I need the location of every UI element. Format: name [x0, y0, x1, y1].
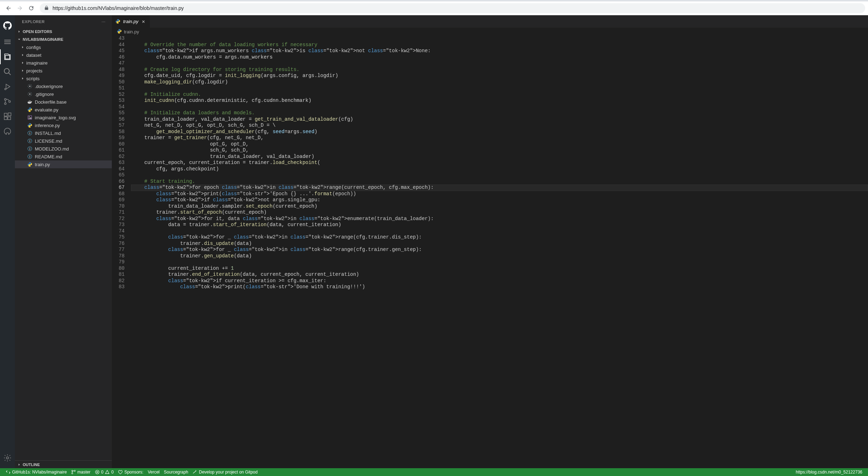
code-line[interactable]: opt_G, opt_D, [131, 141, 868, 148]
chevron-right-icon [20, 60, 26, 66]
status-gitpod[interactable]: Develop your project on Gitpod [190, 468, 260, 476]
file-row[interactable]: Dockerfile.base [15, 98, 112, 106]
status-sponsor-sourcegraph[interactable]: Sourcegraph [162, 468, 191, 476]
status-gitpod-label: Develop your project on Gitpod [199, 470, 257, 475]
code-line[interactable]: net_G, net_D, opt_G, opt_D, sch_G, sch_D… [131, 122, 868, 129]
code-line[interactable] [131, 104, 868, 110]
editor-body[interactable]: 4344454647484950515253545556575859606162… [112, 35, 868, 468]
code-line[interactable]: trainer.dis_update(data) [131, 241, 868, 247]
code-line[interactable]: class="tok-kw2">print(class="tok-str">'E… [131, 191, 868, 197]
close-icon[interactable] [141, 19, 146, 24]
file-row[interactable]: .gitignore [15, 90, 112, 98]
tab-train-py[interactable]: train.py [112, 15, 150, 28]
status-remote[interactable]: GitHub1s: NVlabs/imaginaire [4, 468, 69, 476]
run-debug-icon[interactable] [0, 79, 15, 94]
code-line[interactable]: class="tok-kw2">for it, data class="tok-… [131, 216, 868, 222]
folder-row[interactable]: projects [15, 67, 112, 75]
activity-bar [0, 15, 15, 468]
open-editors-header[interactable]: OPEN EDITORS [15, 28, 112, 35]
code-line[interactable]: train_data_loader, val_data_loader = get… [131, 116, 868, 123]
back-button[interactable] [3, 2, 14, 14]
code-line[interactable] [131, 228, 868, 235]
file-icon [26, 91, 33, 97]
file-row[interactable]: .dockerignore [15, 82, 112, 90]
code-line[interactable]: class="tok-kw2">print(class="tok-str">'D… [131, 284, 868, 290]
menu-icon[interactable] [0, 34, 15, 49]
code-line[interactable]: cfg, args.checkpoint) [131, 166, 868, 173]
folder-row[interactable]: configs [15, 43, 112, 51]
code-line[interactable]: class="tok-kw2">if args.num_workers clas… [131, 48, 868, 54]
url-bar[interactable]: https://github1s.com/NVlabs/imaginaire/b… [40, 3, 865, 13]
code-line[interactable]: # Initialize cudnn. [131, 92, 868, 98]
forward-button[interactable] [14, 2, 26, 14]
folder-label: configs [26, 45, 41, 50]
code-line[interactable]: trainer.end_of_iteration(data, current_e… [131, 272, 868, 278]
status-bar: GitHub1s: NVlabs/imaginaire master 0 0 S… [0, 468, 868, 476]
file-row[interactable]: imaginaire_logo.svg [15, 114, 112, 121]
code-line[interactable] [131, 35, 868, 42]
code-line[interactable] [131, 60, 868, 67]
code-line[interactable]: # Override the number of data loading wo… [131, 42, 868, 48]
more-icon[interactable]: ··· [102, 20, 105, 24]
repo-header[interactable]: NVLABS/IMAGINAIRE [15, 35, 112, 43]
code-line[interactable] [131, 259, 868, 266]
search-icon[interactable] [0, 64, 15, 79]
status-branch[interactable]: master [69, 468, 93, 476]
code-line[interactable] [131, 85, 868, 92]
code-content[interactable]: # Override the number of data loading wo… [131, 35, 868, 468]
file-row[interactable]: INSTALL.md [15, 129, 112, 137]
line-gutter: 4344454647484950515253545556575859606162… [112, 35, 131, 468]
status-right-url[interactable]: https://blog.csdn.net/m0_52122736 [794, 468, 864, 476]
file-row[interactable]: evaluate.py [15, 106, 112, 114]
status-sponsor-vercel[interactable]: Vercel [146, 468, 162, 476]
code-line[interactable]: class="tok-kw2">if class="tok-kw2">not a… [131, 197, 868, 203]
tab-label: train.py [123, 19, 138, 24]
folder-row[interactable]: scripts [15, 75, 112, 82]
code-line[interactable]: data = trainer.start_of_iteration(data, … [131, 222, 868, 228]
file-row[interactable]: train.py [15, 160, 112, 168]
github-logo-icon[interactable] [0, 18, 15, 33]
status-sponsors[interactable]: Sponsors: [116, 468, 146, 476]
code-line[interactable]: cfg.date_uid, cfg.logdir = init_logging(… [131, 73, 868, 79]
source-control-icon[interactable] [0, 94, 15, 109]
svg-point-3 [9, 101, 11, 103]
folder-row[interactable]: imaginaire [15, 59, 112, 67]
code-line[interactable]: cfg.data.num_workers = args.num_workers [131, 54, 868, 61]
code-line[interactable]: trainer = get_trainer(cfg, net_G, net_D, [131, 135, 868, 141]
reload-button[interactable] [26, 2, 37, 14]
code-line[interactable]: # Create log directory for storing train… [131, 67, 868, 73]
code-line[interactable]: sch_G, sch_D, [131, 147, 868, 154]
code-line[interactable]: class="tok-kw2">for _ class="tok-kw2">in… [131, 247, 868, 253]
code-line[interactable]: train_data_loader, val_data_loader) [131, 154, 868, 160]
code-line[interactable]: trainer.start_of_epoch(current_epoch) [131, 209, 868, 216]
code-line[interactable]: class="tok-kw2">for _ class="tok-kw2">in… [131, 234, 868, 241]
code-line[interactable] [131, 172, 868, 179]
code-line[interactable]: get_model_optimizer_and_scheduler(cfg, s… [131, 129, 868, 135]
code-line[interactable]: trainer.gen_update(data) [131, 253, 868, 259]
github-alt-icon[interactable] [0, 124, 15, 139]
code-line[interactable]: train_data_loader.sampler.set_epoch(curr… [131, 203, 868, 210]
file-row[interactable]: MODELZOO.md [15, 145, 112, 153]
code-line[interactable]: current_iteration += 1 [131, 266, 868, 272]
file-row[interactable]: inference.py [15, 121, 112, 129]
extensions-icon[interactable] [0, 109, 15, 124]
code-line[interactable]: init_cudnn(cfg.cudnn.deterministic, cfg.… [131, 98, 868, 104]
status-problems[interactable]: 0 0 [93, 468, 116, 476]
file-icon [26, 154, 33, 159]
folder-row[interactable]: dataset [15, 51, 112, 59]
outline-header[interactable]: OUTLINE [15, 460, 112, 468]
code-line[interactable]: make_logging_dir(cfg.logdir) [131, 79, 868, 86]
file-row[interactable]: LICENSE.md [15, 137, 112, 145]
code-line[interactable]: class="tok-kw2">if current_iteration >= … [131, 278, 868, 284]
file-row[interactable]: README.md [15, 153, 112, 160]
file-icon [26, 122, 33, 128]
code-line[interactable]: # Start training. [131, 179, 868, 185]
code-line[interactable]: class="tok-kw2">for epoch class="tok-kw2… [131, 185, 868, 191]
settings-icon[interactable] [0, 450, 15, 465]
svg-point-28 [29, 155, 30, 156]
explorer-icon[interactable] [0, 49, 15, 64]
code-line[interactable]: # Initialize data loaders and models. [131, 110, 868, 116]
chevron-right-icon [20, 52, 26, 58]
code-line[interactable]: current_epoch, current_iteration = train… [131, 160, 868, 166]
breadcrumb[interactable]: train.py [112, 28, 868, 35]
